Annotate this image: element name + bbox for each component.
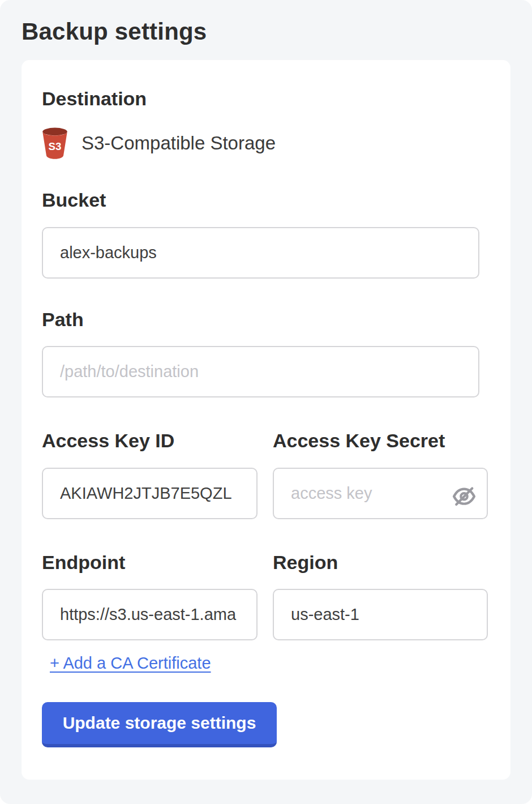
access-key-id-input[interactable] <box>42 468 258 519</box>
add-ca-certificate-link[interactable]: + Add a CA Certificate <box>50 654 211 673</box>
update-storage-settings-button[interactable]: Update storage settings <box>42 702 277 747</box>
backup-settings-page: Backup settings Destination S3 S3-Compat… <box>0 0 532 804</box>
backup-settings-card: Destination S3 S3-Compatible Storage Buc… <box>22 60 510 780</box>
endpoint-column: Endpoint <box>42 552 258 640</box>
toggle-secret-visibility-button[interactable] <box>451 484 478 511</box>
bucket-label: Bucket <box>42 190 488 211</box>
path-label: Path <box>42 309 488 330</box>
endpoint-input[interactable] <box>42 589 258 640</box>
access-key-id-column: Access Key ID <box>42 430 258 519</box>
s3-bucket-icon: S3 <box>42 127 68 159</box>
region-input[interactable] <box>273 589 488 640</box>
destination-row: S3 S3-Compatible Storage <box>42 127 488 159</box>
destination-label: Destination <box>42 88 488 109</box>
endpoint-label: Endpoint <box>42 552 258 573</box>
region-column: Region <box>273 552 488 640</box>
access-key-id-label: Access Key ID <box>42 430 258 451</box>
access-key-secret-label: Access Key Secret <box>273 430 488 451</box>
destination-value: S3-Compatible Storage <box>81 132 276 154</box>
access-key-row: Access Key ID Access Key Secret <box>42 430 488 519</box>
eye-off-icon <box>452 502 477 510</box>
endpoint-region-row: Endpoint Region <box>42 552 488 640</box>
bucket-input[interactable] <box>42 227 479 279</box>
svg-text:S3: S3 <box>49 141 62 153</box>
path-input[interactable] <box>42 346 479 397</box>
access-key-secret-column: Access Key Secret <box>273 430 488 519</box>
page-title: Backup settings <box>0 0 532 45</box>
region-label: Region <box>273 552 488 573</box>
